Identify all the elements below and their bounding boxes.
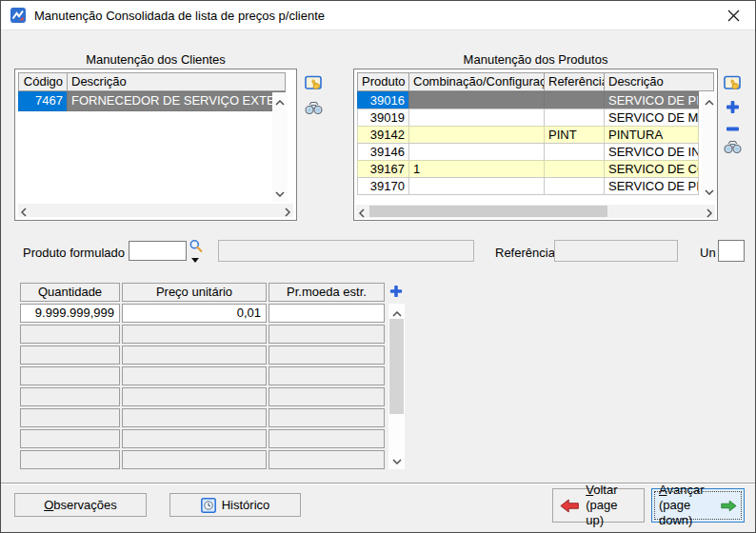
- price-row-empty[interactable]: [20, 387, 385, 406]
- client-cell-descricao[interactable]: FORNECEDOR DE SERVIÇO EXTERNO 02: [67, 91, 286, 111]
- scrollbar-thumb[interactable]: [389, 319, 404, 414]
- price-cell-pr-moeda-estr[interactable]: [269, 304, 385, 323]
- price-cell-pr-moeda-estr[interactable]: [269, 387, 385, 406]
- scroll-down-icon[interactable]: [702, 184, 717, 198]
- formulated-product-input[interactable]: [129, 241, 187, 261]
- price-cell-pr-moeda-estr[interactable]: [269, 325, 385, 344]
- products-remove-button[interactable]: [723, 119, 742, 138]
- product-cell-combinacao[interactable]: [408, 143, 545, 161]
- clients-search-button[interactable]: [304, 98, 323, 117]
- product-cell-descricao[interactable]: SERVICO DE COLAG: [604, 160, 699, 178]
- price-cell-quantidade[interactable]: [20, 325, 120, 344]
- price-cell-preco-unitario[interactable]: [122, 408, 267, 427]
- scrollbar-thumb[interactable]: [369, 206, 607, 217]
- scroll-up-icon[interactable]: [702, 94, 717, 109]
- products-horizontal-scrollbar[interactable]: [356, 205, 715, 218]
- price-cell-preco-unitario[interactable]: [122, 366, 267, 385]
- product-cell-combinacao[interactable]: 1: [408, 160, 545, 178]
- price-cell-quantidade[interactable]: [20, 366, 120, 385]
- products-search-button[interactable]: [723, 137, 742, 156]
- price-row-empty[interactable]: [20, 450, 385, 469]
- product-cell-descricao[interactable]: SERVICO DE INJECA: [604, 143, 699, 161]
- product-cell-referencia[interactable]: [544, 143, 605, 161]
- formulated-dropdown-icon[interactable]: [191, 258, 199, 263]
- price-cell-pr-moeda-estr[interactable]: [269, 408, 385, 427]
- client-cell-codigo[interactable]: 7467: [18, 91, 68, 111]
- price-row-empty[interactable]: [20, 408, 385, 427]
- price-cell-quantidade[interactable]: [20, 408, 120, 427]
- product-cell-referencia[interactable]: [544, 160, 605, 178]
- formulated-search-button[interactable]: [188, 238, 205, 255]
- scroll-right-icon[interactable]: [706, 207, 712, 221]
- scroll-right-icon[interactable]: [285, 206, 290, 220]
- scroll-left-icon[interactable]: [21, 206, 27, 220]
- product-cell-produto[interactable]: 39146: [357, 143, 409, 161]
- app-icon: [10, 8, 26, 23]
- product-cell-descricao[interactable]: SERVICO DE PINTUR: [604, 177, 699, 195]
- scroll-down-icon[interactable]: [388, 453, 405, 467]
- product-cell-referencia[interactable]: PINT: [544, 126, 605, 144]
- minus-icon: [726, 122, 740, 136]
- product-row[interactable]: 39146SERVICO DE INJECA: [357, 143, 714, 161]
- product-cell-produto[interactable]: 39019: [357, 109, 409, 127]
- product-row[interactable]: 391671SERVICO DE COLAG: [357, 160, 714, 178]
- price-row-empty[interactable]: [20, 345, 385, 365]
- unit-input[interactable]: [718, 240, 745, 262]
- observations-button[interactable]: Observações: [14, 493, 147, 517]
- price-row-empty[interactable]: [20, 366, 385, 385]
- product-row[interactable]: 39016SERVICO DE PINT/T: [357, 91, 714, 109]
- price-row-filled[interactable]: 9.999.999,9990,01: [20, 304, 385, 323]
- price-cell-preco-unitario[interactable]: [122, 429, 267, 448]
- product-cell-descricao[interactable]: SERVICO DE MONTA: [604, 109, 699, 127]
- price-row-empty[interactable]: [20, 325, 385, 344]
- price-cell-quantidade[interactable]: 9.999.999,999: [20, 304, 120, 323]
- product-cell-descricao[interactable]: PINTURA: [604, 126, 699, 144]
- product-cell-combinacao[interactable]: [408, 126, 545, 144]
- product-row[interactable]: 39170SERVICO DE PINTUR: [357, 177, 714, 195]
- products-add-button[interactable]: [723, 97, 742, 116]
- clients-horizontal-scrollbar[interactable]: [18, 204, 293, 217]
- price-cell-preco-unitario[interactable]: [122, 450, 267, 469]
- price-cell-quantidade[interactable]: [20, 345, 120, 365]
- clients-edit-window-button[interactable]: [304, 73, 323, 92]
- products-vertical-scrollbar[interactable]: [702, 92, 717, 200]
- scroll-down-icon[interactable]: [272, 186, 288, 200]
- price-cell-quantidade[interactable]: [20, 387, 120, 406]
- product-cell-produto[interactable]: 39170: [357, 177, 409, 195]
- price-cell-quantidade[interactable]: [20, 450, 120, 469]
- price-cell-pr-moeda-estr[interactable]: [269, 366, 385, 385]
- close-button[interactable]: [711, 1, 755, 30]
- price-cell-pr-moeda-estr[interactable]: [269, 429, 385, 448]
- scroll-up-icon[interactable]: [272, 94, 288, 109]
- product-cell-referencia[interactable]: [544, 177, 605, 195]
- clients-vertical-scrollbar[interactable]: [272, 92, 288, 202]
- product-cell-produto[interactable]: 39142: [357, 126, 409, 144]
- price-cell-preco-unitario[interactable]: [122, 345, 267, 365]
- scroll-up-icon[interactable]: [388, 306, 405, 320]
- price-cell-preco-unitario[interactable]: [122, 387, 267, 406]
- product-cell-combinacao[interactable]: [408, 91, 545, 109]
- products-edit-window-button[interactable]: [723, 73, 742, 92]
- product-row[interactable]: 39142PINTPINTURA: [357, 126, 714, 144]
- forward-button[interactable]: Avançar (page down): [651, 488, 745, 523]
- product-cell-referencia[interactable]: [544, 91, 605, 109]
- scroll-left-icon[interactable]: [359, 207, 365, 221]
- product-cell-produto[interactable]: 39167: [357, 160, 409, 178]
- price-cell-preco-unitario[interactable]: 0,01: [122, 304, 267, 323]
- product-cell-combinacao[interactable]: [408, 109, 545, 127]
- product-row[interactable]: 39019SERVICO DE MONTA: [357, 109, 714, 127]
- price-cell-pr-moeda-estr[interactable]: [269, 450, 385, 469]
- history-button[interactable]: Histórico: [169, 493, 301, 517]
- back-button[interactable]: Voltar (page up): [552, 488, 645, 523]
- product-cell-produto[interactable]: 39016: [357, 91, 409, 109]
- price-add-button[interactable]: [388, 283, 405, 300]
- product-cell-combinacao[interactable]: [408, 177, 545, 195]
- price-cell-quantidade[interactable]: [20, 429, 120, 448]
- price-vertical-scrollbar[interactable]: [388, 304, 405, 469]
- price-cell-preco-unitario[interactable]: [122, 325, 267, 344]
- product-cell-descricao[interactable]: SERVICO DE PINT/T: [604, 91, 699, 109]
- price-row-empty[interactable]: [20, 429, 385, 448]
- product-cell-referencia[interactable]: [544, 109, 605, 127]
- client-row[interactable]: 7467 FORNECEDOR DE SERVIÇO EXTERNO 02: [18, 91, 286, 111]
- price-cell-pr-moeda-estr[interactable]: [269, 345, 385, 365]
